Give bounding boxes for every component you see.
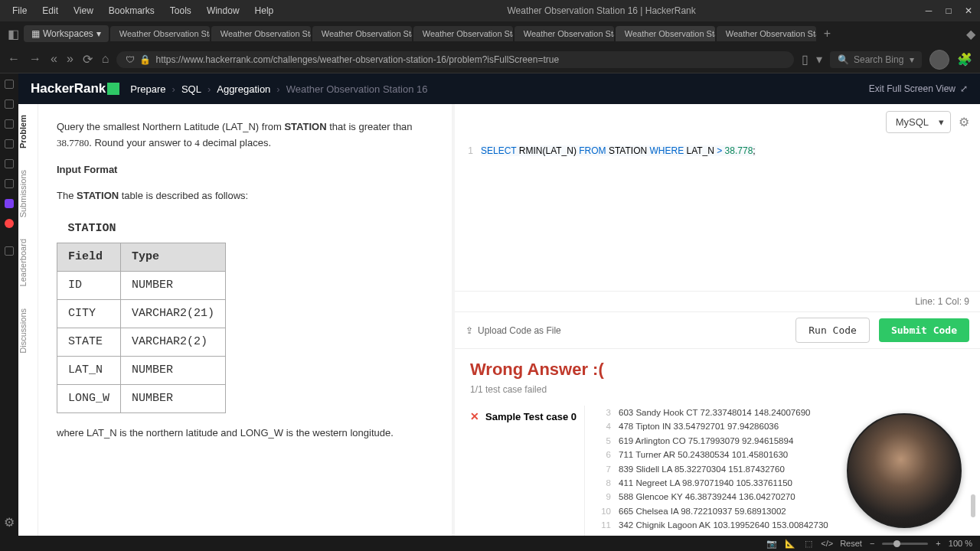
cell: ID xyxy=(57,272,121,300)
text: STATION xyxy=(77,190,119,201)
upload-label: Upload Code as File xyxy=(478,325,561,336)
rail-icon-8[interactable] xyxy=(5,219,14,228)
url-field[interactable]: 🛡 🔒 https://www.hackerrank.com/challenge… xyxy=(116,51,794,68)
crumb-sep: › xyxy=(276,83,279,95)
test-case-0[interactable]: ✕ Sample Test case 0 xyxy=(470,406,577,427)
rail-icon-7[interactable] xyxy=(5,199,14,208)
rail-icon-4[interactable] xyxy=(5,139,14,148)
zoom-thumb[interactable] xyxy=(893,540,900,547)
rail-icon-5[interactable] xyxy=(5,159,14,168)
copilot-icon[interactable]: ◆ xyxy=(966,27,975,41)
shield-icon: 🛡 xyxy=(126,54,135,65)
code-content: SELECT RMIN(LAT_N) FROM STATION WHERE LA… xyxy=(481,145,756,156)
upload-icon: ⇪ xyxy=(466,325,473,336)
tab-6[interactable]: Weather Observation Stati xyxy=(717,26,816,41)
menu-edit[interactable]: Edit xyxy=(36,4,64,18)
site-header: HackerRank Prepare › SQL › Aggregation ›… xyxy=(18,73,980,104)
tab-4[interactable]: Weather Observation Stati xyxy=(514,26,614,41)
main-area: Problem Submissions Leaderboard Discussi… xyxy=(18,104,980,536)
language-select[interactable]: MySQL ▾ xyxy=(886,111,951,133)
history-back-icon[interactable]: « xyxy=(51,52,57,67)
code-icon[interactable]: </> xyxy=(822,538,832,549)
editor-settings-icon[interactable]: ⚙ xyxy=(959,115,969,129)
menu-window[interactable]: Window xyxy=(201,4,246,18)
run-code-button[interactable]: Run Code xyxy=(795,318,870,343)
crumb-sql[interactable]: SQL xyxy=(181,83,201,95)
responsive-icon[interactable]: ⬚ xyxy=(803,538,814,549)
logo[interactable]: HackerRank xyxy=(31,81,119,96)
cell: LAT_N xyxy=(57,357,121,385)
sidetab-discussions[interactable]: Discussions xyxy=(18,298,38,364)
tab-3[interactable]: Weather Observation Stati xyxy=(413,26,513,41)
tab-label: Weather Observation Stati xyxy=(322,29,412,38)
zoom-slider[interactable] xyxy=(882,543,928,545)
menu-view[interactable]: View xyxy=(67,4,100,18)
tab-1[interactable]: Weather Observation Stati xyxy=(211,26,311,41)
tab-5[interactable]: Weather Observation Stati xyxy=(616,26,715,41)
sidetab-problem[interactable]: Problem xyxy=(18,104,38,159)
zoom-in-icon[interactable]: + xyxy=(936,539,940,548)
new-tab-button[interactable]: + xyxy=(818,25,837,42)
collapse-icon: ⤢ xyxy=(960,83,968,94)
workspaces-label: Workspaces xyxy=(43,28,93,39)
text: 38.7780 xyxy=(57,137,89,148)
workspaces-button[interactable]: ▦ Workspaces ▾ xyxy=(24,25,109,42)
submit-code-button[interactable]: Submit Code xyxy=(879,318,969,342)
chevron-down-icon: ▾ xyxy=(96,28,101,39)
code-editor[interactable]: 1 SELECT RMIN(LAT_N) FROM STATION WHERE … xyxy=(455,139,980,291)
crumb-sep: › xyxy=(172,83,175,95)
cell: CITY xyxy=(57,300,121,328)
browser-toolbar: ← → « » ⟳ ⌂ 🛡 🔒 https://www.hackerrank.c… xyxy=(0,46,980,73)
menu-file[interactable]: File xyxy=(6,4,33,18)
exit-fs-label: Exit Full Screen View xyxy=(869,83,956,94)
search-placeholder: Search Bing xyxy=(854,54,903,65)
rail-icon-3[interactable] xyxy=(5,119,14,129)
crumb-prepare[interactable]: Prepare xyxy=(130,83,165,95)
close-icon[interactable]: ✕ xyxy=(963,5,974,16)
sidetab-leaderboard[interactable]: Leaderboard xyxy=(18,228,38,297)
ruler-icon[interactable]: 📐 xyxy=(785,538,795,549)
rail-icon-6[interactable] xyxy=(5,179,14,188)
reader-icon[interactable]: ▯ xyxy=(802,52,808,67)
settings-icon[interactable]: ⚙ xyxy=(4,515,15,530)
search-box[interactable]: 🔍 Search Bing ▾ xyxy=(830,51,922,68)
tab-0[interactable]: Weather Observation Stati xyxy=(110,26,210,41)
scrollbar-thumb[interactable] xyxy=(971,494,975,517)
exit-fullscreen-button[interactable]: Exit Full Screen View ⤢ xyxy=(869,83,968,94)
bookmark-icon[interactable]: ▾ xyxy=(816,52,822,67)
history-forward-icon[interactable]: » xyxy=(67,52,74,67)
window-titlebar: File Edit View Bookmarks Tools Window He… xyxy=(0,0,980,21)
url-text: https://www.hackerrank.com/challenges/we… xyxy=(155,54,559,65)
tab-2[interactable]: Weather Observation Stati xyxy=(312,26,412,41)
lock-icon: 🔒 xyxy=(139,54,151,65)
maximize-icon[interactable]: □ xyxy=(943,5,954,16)
reset-button[interactable]: Reset xyxy=(840,539,862,548)
rail-icon-1[interactable] xyxy=(5,80,14,89)
line-number: 1 xyxy=(455,145,481,156)
rail-add-icon[interactable] xyxy=(5,246,14,256)
menu-tools[interactable]: Tools xyxy=(164,4,198,18)
chevron-down-icon: ▾ xyxy=(939,116,944,128)
rail-icon-2[interactable] xyxy=(5,99,14,109)
reload-icon[interactable]: ⟳ xyxy=(83,52,93,67)
upload-code-link[interactable]: ⇪ Upload Code as File xyxy=(466,325,561,336)
zoom-out-icon[interactable]: − xyxy=(870,539,874,548)
menu-help[interactable]: Help xyxy=(249,4,280,18)
sidetab-submissions[interactable]: Submissions xyxy=(18,159,38,228)
status-bar: 📷 📐 ⬚ </> Reset − + 100 % xyxy=(0,536,980,551)
extensions-icon[interactable]: 🧩 xyxy=(957,52,972,67)
back-icon[interactable]: ← xyxy=(8,52,20,67)
forward-icon[interactable]: → xyxy=(29,52,41,67)
home-icon[interactable]: ⌂ xyxy=(102,52,109,67)
minimize-icon[interactable]: ─ xyxy=(923,5,934,16)
problem-sidetabs: Problem Submissions Leaderboard Discussi… xyxy=(18,104,38,536)
chevron-down-icon: ▾ xyxy=(910,54,914,65)
menu-bookmarks[interactable]: Bookmarks xyxy=(103,4,161,18)
camera-icon[interactable]: 📷 xyxy=(766,538,777,549)
fail-icon: ✕ xyxy=(470,410,479,422)
profile-avatar[interactable] xyxy=(929,50,949,70)
crumb-aggregation[interactable]: Aggregation xyxy=(217,83,270,95)
sidebar-toggle-icon[interactable]: ◧ xyxy=(5,27,22,41)
text: . Round your answer to xyxy=(89,137,194,148)
crumb-sep: › xyxy=(207,83,211,95)
